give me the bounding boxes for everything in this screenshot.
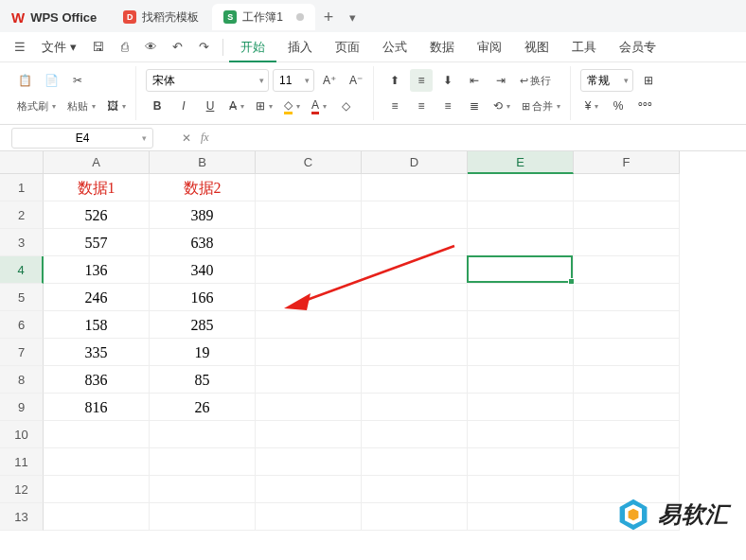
cell-E3[interactable] [468, 229, 574, 256]
align-middle-icon[interactable]: ≡ [410, 69, 433, 92]
row-header-8[interactable]: 8 [0, 366, 44, 394]
cell-A7[interactable]: 335 [44, 339, 150, 366]
indent-inc-icon[interactable]: ⇥ [489, 69, 512, 92]
formula-input[interactable] [219, 129, 379, 148]
clipboard-more[interactable]: 🖼 [103, 95, 130, 117]
cell-F1[interactable] [574, 174, 680, 201]
cell-A12[interactable] [44, 476, 150, 503]
copy-icon[interactable]: 📄 [40, 69, 62, 92]
col-header-E[interactable]: E [468, 151, 574, 174]
cell-C8[interactable] [256, 366, 362, 394]
percent-icon[interactable]: % [607, 95, 630, 117]
cell-F11[interactable] [574, 448, 680, 476]
format-more-icon[interactable]: ⊞ [637, 69, 660, 92]
cell-B11[interactable] [150, 448, 256, 476]
cell-B9[interactable]: 26 [150, 394, 256, 421]
font-grow-icon[interactable]: A⁺ [318, 69, 341, 92]
cell-A2[interactable]: 526 [44, 201, 150, 229]
cell-D6[interactable] [362, 311, 468, 339]
cut-icon[interactable]: ✂ [66, 69, 89, 92]
indent-dec-icon[interactable]: ⇤ [463, 69, 486, 92]
align-center-icon[interactable]: ≡ [410, 95, 433, 117]
cell-C4[interactable] [256, 256, 362, 284]
cell-F2[interactable] [574, 201, 680, 229]
cell-E5[interactable] [468, 284, 574, 311]
paste-button[interactable]: 粘贴 [63, 95, 99, 117]
cell-B4[interactable]: 340 [150, 256, 256, 284]
menu-tab-数据[interactable]: 数据 [418, 32, 466, 62]
menu-tab-工具[interactable]: 工具 [560, 32, 608, 62]
cell-F6[interactable] [574, 311, 680, 339]
cell-D3[interactable] [362, 229, 468, 256]
underline-button[interactable]: U [199, 95, 222, 117]
menu-tab-公式[interactable]: 公式 [371, 32, 418, 62]
cell-D1[interactable] [362, 174, 468, 201]
cell-A3[interactable]: 557 [44, 229, 150, 256]
cell-A5[interactable]: 246 [44, 284, 150, 311]
col-header-A[interactable]: A [44, 151, 150, 174]
clear-format-icon[interactable]: ◇ [334, 95, 357, 117]
cell-F7[interactable] [574, 339, 680, 366]
row-header-2[interactable]: 2 [0, 201, 44, 229]
cell-D2[interactable] [362, 201, 468, 229]
comma-icon[interactable]: ᵒᵒᵒ [633, 95, 656, 117]
font-size-select[interactable]: 11 [273, 69, 314, 92]
cell-E4[interactable] [468, 256, 574, 284]
name-box[interactable]: E4 [11, 128, 153, 149]
col-header-D[interactable]: D [362, 151, 468, 174]
tab-template[interactable]: D 找稻壳模板 [112, 4, 210, 30]
preview-icon[interactable]: 👁 [139, 36, 164, 59]
font-name-select[interactable]: 宋体 [146, 69, 269, 92]
cancel-icon[interactable]: ✕ [182, 131, 191, 145]
cell-A10[interactable] [44, 421, 150, 448]
cell-A6[interactable]: 158 [44, 311, 150, 339]
align-top-icon[interactable]: ⬆ [383, 69, 406, 92]
cell-F3[interactable] [574, 229, 680, 256]
row-header-9[interactable]: 9 [0, 394, 44, 421]
cell-E13[interactable] [468, 503, 574, 531]
col-header-F[interactable]: F [574, 151, 680, 174]
redo-icon[interactable]: ↷ [192, 36, 217, 59]
cell-A8[interactable]: 836 [44, 366, 150, 394]
menu-tab-审阅[interactable]: 审阅 [466, 32, 513, 62]
select-all-corner[interactable] [0, 151, 44, 174]
row-header-1[interactable]: 1 [0, 174, 44, 201]
cell-B7[interactable]: 19 [150, 339, 256, 366]
cell-A9[interactable]: 816 [44, 394, 150, 421]
cell-B8[interactable]: 85 [150, 366, 256, 394]
wrap-button[interactable]: ↩换行 [516, 69, 555, 92]
cell-E12[interactable] [468, 476, 574, 503]
cell-C9[interactable] [256, 394, 362, 421]
cell-E8[interactable] [468, 366, 574, 394]
tab-menu-button[interactable]: ▾ [342, 10, 364, 25]
cell-B2[interactable]: 389 [150, 201, 256, 229]
cell-C7[interactable] [256, 339, 362, 366]
cell-D7[interactable] [362, 339, 468, 366]
cell-C10[interactable] [256, 421, 362, 448]
format-painter-button[interactable]: 格式刷 [13, 95, 60, 117]
cell-A11[interactable] [44, 448, 150, 476]
tab-add-button[interactable]: + [317, 8, 340, 27]
fill-color-button[interactable]: ◇ [280, 95, 304, 117]
cell-E1[interactable] [468, 174, 574, 201]
cell-B5[interactable]: 166 [150, 284, 256, 311]
row-header-5[interactable]: 5 [0, 284, 44, 311]
col-header-C[interactable]: C [256, 151, 362, 174]
currency-icon[interactable]: ¥ [580, 95, 603, 117]
cell-C2[interactable] [256, 201, 362, 229]
cell-E2[interactable] [468, 201, 574, 229]
cell-D5[interactable] [362, 284, 468, 311]
row-header-6[interactable]: 6 [0, 311, 44, 339]
row-header-13[interactable]: 13 [0, 503, 44, 531]
row-header-3[interactable]: 3 [0, 229, 44, 256]
cell-D10[interactable] [362, 421, 468, 448]
border-button[interactable]: ⊞ [252, 95, 276, 117]
menu-tab-视图[interactable]: 视图 [513, 32, 560, 62]
align-bottom-icon[interactable]: ⬇ [436, 69, 459, 92]
cell-D4[interactable] [362, 256, 468, 284]
fx-icon[interactable]: fx [201, 131, 209, 145]
cell-D8[interactable] [362, 366, 468, 394]
align-right-icon[interactable]: ≡ [436, 95, 459, 117]
row-header-11[interactable]: 11 [0, 448, 44, 476]
font-shrink-icon[interactable]: A⁻ [345, 69, 367, 92]
